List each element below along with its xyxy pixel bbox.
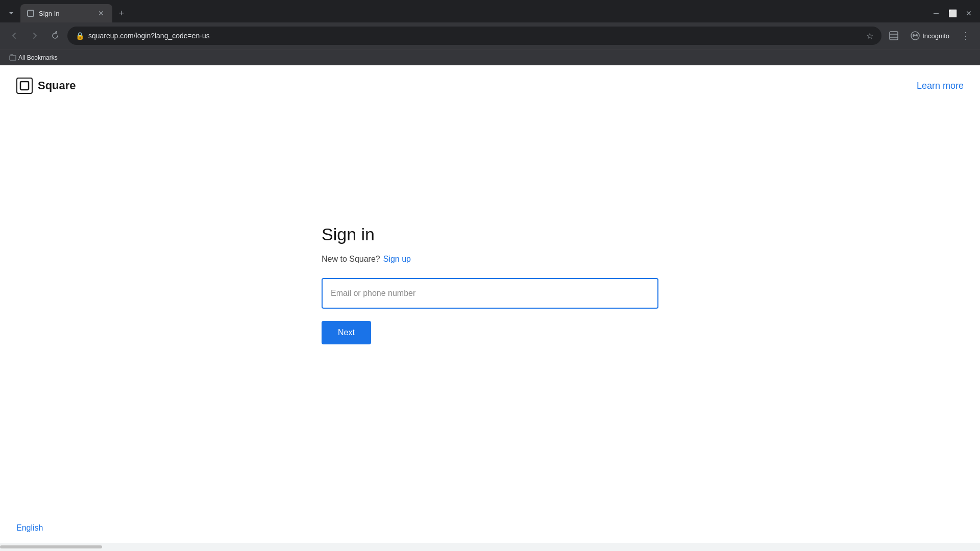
logo-text: Square [38, 79, 76, 92]
sign-in-title: Sign in [322, 224, 658, 244]
sign-in-form: Sign in New to Square? Sign up Next [322, 224, 658, 344]
back-button[interactable] [6, 28, 22, 44]
tab-dropdown-button[interactable] [4, 6, 18, 20]
page-header: Square Learn more [0, 65, 980, 106]
main-content: Sign in New to Square? Sign up Next [0, 106, 980, 513]
bookmarks-bar: All Bookmarks [0, 49, 980, 65]
bookmarks-label: All Bookmarks [18, 54, 58, 61]
svg-rect-7 [20, 82, 29, 90]
lock-icon: 🔒 [76, 32, 84, 40]
new-tab-button[interactable]: + [114, 6, 129, 20]
bookmark-star-icon[interactable]: ☆ [866, 31, 873, 41]
page-footer: English [0, 513, 980, 543]
tab-bar: Sign In ✕ + ─ ⬜ ✕ [0, 0, 980, 22]
svg-rect-1 [890, 32, 898, 40]
next-button[interactable]: Next [322, 321, 371, 344]
language-selector[interactable]: English [16, 523, 43, 533]
profile-button[interactable] [886, 28, 902, 44]
page-content: Square Learn more Sign in New to Square?… [0, 65, 980, 543]
reload-button[interactable] [47, 28, 63, 44]
svg-point-4 [911, 32, 919, 40]
tab-close-button[interactable]: ✕ [96, 8, 106, 18]
close-button[interactable]: ✕ [962, 6, 976, 20]
browser-chrome: Sign In ✕ + ─ ⬜ ✕ 🔒 s [0, 0, 980, 65]
forward-button[interactable] [27, 28, 43, 44]
active-tab[interactable]: Sign In ✕ [20, 4, 112, 22]
email-phone-input[interactable] [322, 278, 658, 309]
sign-up-link[interactable]: Sign up [383, 255, 411, 264]
scrollbar-thumb[interactable] [0, 545, 102, 548]
maximize-button[interactable]: ⬜ [945, 6, 960, 20]
browser-toolbar: 🔒 squareup.com/login?lang_code=en-us ☆ I… [0, 22, 980, 49]
new-account-text: New to Square? [322, 255, 380, 264]
new-account-row: New to Square? Sign up [322, 255, 658, 264]
address-bar[interactable]: 🔒 squareup.com/login?lang_code=en-us ☆ [67, 27, 881, 45]
logo-container: Square [16, 78, 76, 94]
scrollbar-area [0, 543, 980, 551]
minimize-button[interactable]: ─ [929, 6, 943, 20]
incognito-label: Incognito [922, 32, 949, 40]
tab-favicon [27, 9, 35, 17]
incognito-button[interactable]: Incognito [906, 29, 953, 43]
bookmarks-folder[interactable]: All Bookmarks [6, 53, 61, 62]
square-logo-icon [16, 78, 33, 94]
tab-title: Sign In [39, 10, 92, 17]
browser-menu-button[interactable]: ⋮ [958, 28, 974, 44]
window-controls: ─ ⬜ ✕ [929, 6, 976, 20]
address-text: squareup.com/login?lang_code=en-us [88, 32, 862, 40]
svg-rect-0 [28, 10, 34, 16]
learn-more-link[interactable]: Learn more [917, 81, 964, 91]
